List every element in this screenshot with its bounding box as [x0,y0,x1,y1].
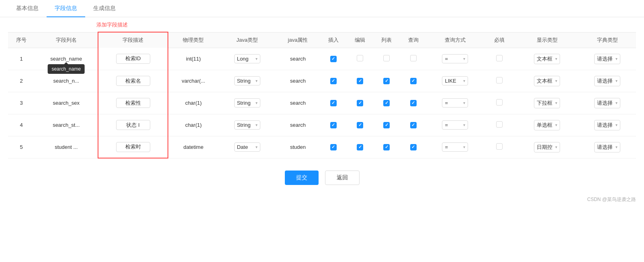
edit-checkbox[interactable] [357,144,363,150]
required-checkbox[interactable] [496,99,503,106]
edit-checkbox[interactable] [357,100,363,106]
displaytype-select[interactable]: 日期控▾ [534,142,560,152]
displaytype-select[interactable]: 文本框▾ [534,76,560,86]
submit-button[interactable]: 提交 [285,171,319,185]
list-checkbox[interactable] [383,100,390,106]
javatype-select[interactable]: String▾ [234,120,260,130]
cell-required[interactable] [484,48,515,70]
desc-input[interactable] [116,54,150,64]
querymode-select[interactable]: =▾ [442,142,468,152]
cell-displaytype[interactable]: 日期控▾ [515,136,579,158]
desc-input[interactable] [116,98,150,108]
cell-javatype[interactable]: Long▾ [219,48,276,70]
cell-query[interactable] [400,70,427,92]
cell-edit[interactable] [347,70,373,92]
cell-querymode[interactable]: =▾ [427,92,484,114]
cell-edit[interactable] [347,92,373,114]
list-checkbox[interactable] [383,122,390,128]
javatype-select[interactable]: Date▾ [234,142,260,152]
required-checkbox[interactable] [496,143,503,150]
required-checkbox[interactable] [496,77,503,83]
cell-required[interactable] [484,114,515,136]
cell-insert[interactable] [320,92,347,114]
insert-checkbox[interactable] [330,144,337,150]
cell-javatype[interactable]: Date▾ [219,136,276,158]
cell-displaytype[interactable]: 文本框▾ [515,70,579,92]
cell-fielddesc[interactable] [98,70,168,92]
cell-insert[interactable] [320,48,347,70]
list-checkbox[interactable] [383,78,390,84]
cell-fielddesc[interactable] [98,136,168,158]
cell-required[interactable] [484,92,515,114]
cell-fielddesc[interactable] [98,92,168,114]
edit-checkbox[interactable] [357,122,363,128]
cell-dicttype[interactable]: 请选择▾ [579,70,636,92]
insert-checkbox[interactable] [330,78,337,84]
query-checkbox[interactable] [410,144,417,150]
cell-querymode[interactable]: LIKE▾ [427,70,484,92]
desc-input[interactable] [116,142,150,152]
query-checkbox[interactable] [410,100,417,106]
querymode-select[interactable]: LIKE▾ [442,76,468,85]
cell-required[interactable] [484,70,515,92]
cell-list[interactable] [373,92,400,114]
cell-fielddesc[interactable] [98,48,168,70]
cell-insert[interactable] [320,70,347,92]
cell-query[interactable] [400,136,427,158]
querymode-select[interactable]: =▾ [442,54,468,63]
tab-field[interactable]: 字段信息 [47,0,85,17]
cell-edit[interactable] [347,136,373,158]
query-checkbox[interactable] [410,55,417,61]
required-checkbox[interactable] [496,121,503,128]
javatype-select[interactable]: Long▾ [234,54,260,63]
dicttype-select[interactable]: 请选择▾ [594,142,620,152]
cell-javatype[interactable]: String▾ [219,70,276,92]
displaytype-select[interactable]: 文本框▾ [534,54,560,64]
cell-list[interactable] [373,48,400,70]
cell-displaytype[interactable]: 下拉框▾ [515,92,579,114]
cell-list[interactable] [373,114,400,136]
required-checkbox[interactable] [496,55,503,61]
cell-displaytype[interactable]: 文本框▾ [515,48,579,70]
displaytype-select[interactable]: 下拉框▾ [534,98,560,108]
javatype-select[interactable]: String▾ [234,98,260,108]
javatype-select[interactable]: String▾ [234,76,260,85]
cell-displaytype[interactable]: 单选框▾ [515,114,579,136]
insert-checkbox[interactable] [330,100,337,106]
querymode-select[interactable]: =▾ [442,98,468,108]
cell-required[interactable] [484,136,515,158]
desc-input[interactable] [116,76,150,86]
list-checkbox[interactable] [383,144,390,150]
cell-javatype[interactable]: String▾ [219,92,276,114]
cell-query[interactable] [400,92,427,114]
query-checkbox[interactable] [410,122,417,128]
list-checkbox[interactable] [383,55,390,61]
cell-querymode[interactable]: =▾ [427,48,484,70]
dicttype-select[interactable]: 请选择▾ [594,98,620,108]
insert-checkbox[interactable] [330,56,337,62]
back-button[interactable]: 返回 [325,171,360,185]
edit-checkbox[interactable] [357,55,363,61]
cell-list[interactable] [373,70,400,92]
displaytype-select[interactable]: 单选框▾ [534,120,560,130]
cell-query[interactable] [400,114,427,136]
insert-checkbox[interactable] [330,122,337,128]
cell-list[interactable] [373,136,400,158]
cell-insert[interactable] [320,114,347,136]
querymode-select[interactable]: =▾ [442,120,468,130]
desc-input[interactable] [116,120,150,130]
cell-insert[interactable] [320,136,347,158]
cell-fielddesc[interactable] [98,114,168,136]
cell-dicttype[interactable]: 请选择▾ [579,136,636,158]
cell-edit[interactable] [347,114,373,136]
edit-checkbox[interactable] [357,78,363,84]
cell-dicttype[interactable]: 请选择▾ [579,48,636,70]
query-checkbox[interactable] [410,78,417,84]
cell-querymode[interactable]: =▾ [427,136,484,158]
cell-edit[interactable] [347,48,373,70]
cell-query[interactable] [400,48,427,70]
tab-generate[interactable]: 生成信息 [85,0,124,17]
dicttype-select[interactable]: 请选择▾ [594,54,620,64]
cell-dicttype[interactable]: 请选择▾ [579,114,636,136]
cell-dicttype[interactable]: 请选择▾ [579,92,636,114]
